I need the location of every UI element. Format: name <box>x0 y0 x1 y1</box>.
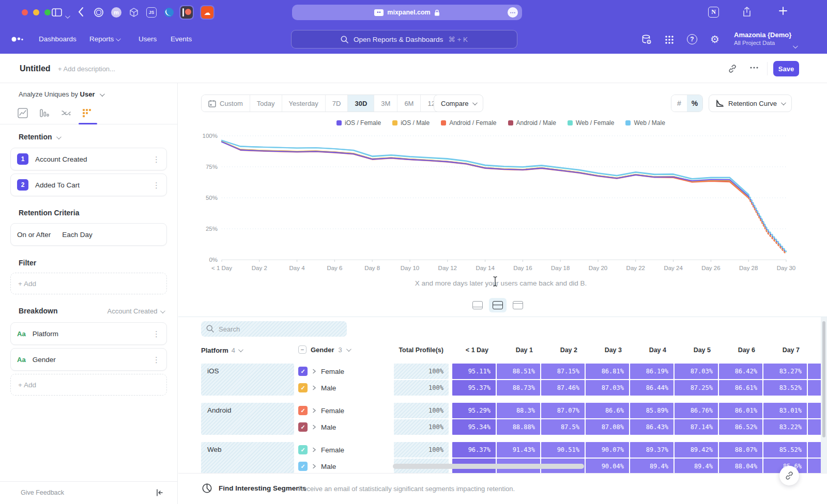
mixpanel-logo[interactable] <box>11 36 25 42</box>
minimize-window-button[interactable] <box>33 9 39 15</box>
retention-value-cell[interactable]: 86.61% <box>719 380 762 396</box>
add-description[interactable]: + Add description... <box>58 65 115 73</box>
retention-value-cell[interactable]: 90.04% <box>586 459 629 473</box>
retention-value-cell[interactable]: 86.76% <box>675 403 718 418</box>
analyze-uniques-row[interactable]: Analyze Uniques by User <box>19 90 103 98</box>
tab-insights-icon[interactable] <box>18 108 29 119</box>
maximize-window-button[interactable] <box>44 9 51 15</box>
save-button[interactable]: Save <box>773 61 799 76</box>
legend-item[interactable]: Android / Male <box>508 119 556 127</box>
layout-table-focus-button[interactable] <box>509 298 527 312</box>
gender-cell[interactable]: ✓Male <box>298 459 394 473</box>
retention-value-cell[interactable]: 83.01% <box>763 403 807 418</box>
vertical-scrollbar-thumb[interactable] <box>822 321 825 437</box>
range-6m[interactable]: 6M <box>397 95 421 112</box>
percent-format-option[interactable]: % <box>687 95 702 112</box>
retention-value-cell[interactable]: 89.4% <box>675 459 718 473</box>
series-checkbox[interactable]: ✓ <box>298 462 308 471</box>
retention-value-cell[interactable]: 88.07% <box>719 442 762 458</box>
platform-cell[interactable]: Web <box>201 442 294 473</box>
retention-step-card[interactable]: 2 Added To Cart ⋮ <box>10 174 167 196</box>
add-filter-button[interactable]: + Add <box>10 273 167 294</box>
retention-value-cell[interactable]: 87.07% <box>541 403 585 418</box>
gender-cell[interactable]: ✓Female <box>298 403 394 418</box>
legend-item[interactable]: Web / Female <box>568 119 614 127</box>
series-checkbox[interactable]: ✓ <box>298 445 308 454</box>
retention-value-cell[interactable]: 89.4% <box>630 459 673 473</box>
retention-value-cell[interactable]: 95.11% <box>452 364 496 379</box>
retention-value-cell[interactable]: 86.19% <box>630 364 673 379</box>
criteria-interval[interactable]: Each Day <box>62 231 93 239</box>
retention-value-cell[interactable]: 86.44% <box>630 380 673 396</box>
globe-extension-icon[interactable] <box>162 5 176 20</box>
retention-value-cell[interactable]: 95.37% <box>452 380 496 396</box>
series-checkbox[interactable]: ✓ <box>298 422 308 432</box>
add-breakdown-button[interactable]: + Add <box>10 374 167 396</box>
retention-value-cell[interactable]: 87.46% <box>541 380 585 396</box>
range-30d[interactable]: 30D <box>348 95 374 112</box>
day-column-header[interactable]: Day 3 <box>586 346 629 354</box>
share-link-floating-button[interactable] <box>779 466 799 485</box>
chart-type-dropdown[interactable]: Retention Curve <box>709 94 792 112</box>
help-icon[interactable]: ? <box>687 34 697 44</box>
retention-value-cell[interactable]: 88.73% <box>497 380 540 396</box>
legend-item[interactable]: iOS / Female <box>336 119 381 127</box>
day-column-header[interactable]: < 1 Day <box>452 346 496 354</box>
site-options-icon[interactable]: ⋯ <box>508 7 518 18</box>
patreon-extension-icon[interactable] <box>179 5 194 20</box>
breakdown-property-label[interactable]: Gender <box>33 356 56 364</box>
retention-value-cell[interactable]: 89.37% <box>630 442 673 458</box>
retention-value-cell[interactable]: 87.08% <box>586 419 629 435</box>
retention-value-cell[interactable]: 86.52% <box>719 419 762 435</box>
retention-value-cell[interactable]: 90.51% <box>541 442 585 458</box>
retention-value-cell[interactable]: 87.14% <box>675 419 718 435</box>
tab-retention-icon[interactable] <box>82 108 93 119</box>
retention-value-cell[interactable]: 87.25% <box>675 380 718 396</box>
retention-value-cell[interactable]: 85.89% <box>630 403 673 418</box>
kebab-menu-icon[interactable]: ⋮ <box>152 181 160 189</box>
analyze-value[interactable]: User <box>80 90 95 98</box>
platform-column-header[interactable]: Platform 4 <box>201 346 242 354</box>
retention-value-cell[interactable]: 87.03% <box>675 364 718 379</box>
retention-section-label[interactable]: Retention <box>19 133 60 141</box>
retention-value-cell[interactable]: 89.42% <box>675 442 718 458</box>
range-7d[interactable]: 7D <box>326 95 348 112</box>
settings-gear-icon[interactable]: ⚙ <box>710 33 719 45</box>
find-segments-link[interactable]: Find Interesting Segments <box>219 484 307 492</box>
retention-value-cell[interactable]: 95.29% <box>452 403 496 418</box>
retention-value-cell[interactable]: 91.43% <box>497 442 540 458</box>
day-column-header[interactable]: Day 6 <box>719 346 762 354</box>
day-column-header[interactable]: Day 4 <box>630 346 673 354</box>
soundcloud-extension-icon[interactable]: ☁ <box>200 5 215 20</box>
series-checkbox[interactable]: ✓ <box>298 383 308 392</box>
nav-users[interactable]: Users <box>139 35 157 43</box>
copy-link-icon[interactable] <box>728 64 737 73</box>
horizontal-scrollbar-thumb[interactable] <box>393 464 584 469</box>
day-column-header[interactable]: Day 2 <box>541 346 585 354</box>
retention-chart[interactable]: 0%25%50%75%100%< 1 DayDay 2Day 4Day 6Day… <box>201 131 801 275</box>
vertical-scrollbar[interactable] <box>821 317 827 473</box>
notion-icon[interactable]: N <box>708 7 719 18</box>
kebab-menu-icon[interactable]: ⋮ <box>152 330 160 338</box>
day-column-header[interactable]: Day 5 <box>675 346 718 354</box>
expand-chevron-icon[interactable] <box>312 369 316 374</box>
step-event-label[interactable]: Account Created <box>35 155 87 163</box>
legend-item[interactable]: Web / Male <box>625 119 665 127</box>
retention-value-cell[interactable]: 87.03% <box>586 380 629 396</box>
apps-grid-icon[interactable] <box>664 35 675 45</box>
close-window-button[interactable] <box>22 9 28 15</box>
expand-chevron-icon[interactable] <box>312 447 316 452</box>
report-title[interactable]: Untitled <box>20 64 51 73</box>
collapse-sidebar-icon[interactable] <box>156 489 164 497</box>
new-tab-icon[interactable] <box>778 6 788 15</box>
range-3m[interactable]: 3M <box>374 95 397 112</box>
gender-cell[interactable]: ✓Female <box>298 442 394 458</box>
gender-column-header[interactable]: − Gender 3 <box>298 345 350 354</box>
project-switcher[interactable]: Amazonia {Demo} All Project Data <box>734 31 791 46</box>
series-checkbox[interactable]: ✓ <box>298 406 308 415</box>
table-search-input[interactable] <box>201 321 347 337</box>
platform-cell[interactable]: iOS <box>201 364 294 396</box>
series-checkbox[interactable]: ✓ <box>298 367 308 376</box>
expand-chevron-icon[interactable] <box>312 385 316 390</box>
retention-value-cell[interactable]: 86.42% <box>719 364 762 379</box>
